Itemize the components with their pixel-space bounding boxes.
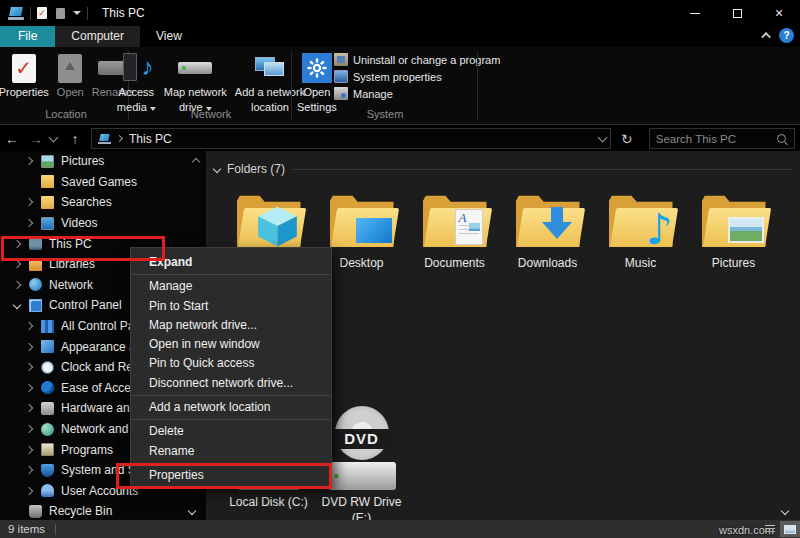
breadcrumb-location[interactable]: This PC xyxy=(129,132,172,146)
menu-separator xyxy=(132,274,330,275)
menu-item-disconnect-network-drive[interactable]: Disconnect network drive... xyxy=(131,374,331,393)
uninstall-program-button[interactable]: Uninstall or change a program xyxy=(334,53,500,66)
sidebar-item-searches[interactable]: Searches xyxy=(0,192,206,213)
folder-tile-documents[interactable]: A Documents xyxy=(408,185,501,272)
qat-customize-caret-icon[interactable] xyxy=(73,11,81,15)
chevron-down-icon xyxy=(781,507,789,515)
desktop-screen-icon xyxy=(356,218,392,243)
folder-tile-downloads[interactable]: Downloads xyxy=(501,185,594,272)
refresh-icon[interactable]: ↻ xyxy=(621,131,633,147)
system-properties-button[interactable]: System properties xyxy=(334,70,500,83)
sidebar-item-recycle-bin[interactable]: Recycle Bin xyxy=(0,501,206,520)
group-label-location: Location xyxy=(4,108,128,120)
chevron-right-icon[interactable] xyxy=(25,342,33,350)
chevron-down-icon[interactable] xyxy=(13,301,21,309)
folders-group-header[interactable]: Folders (7) xyxy=(214,162,792,176)
address-bar[interactable]: This PC xyxy=(91,128,611,149)
saved-games-folder-icon xyxy=(41,175,54,188)
chevron-right-icon[interactable] xyxy=(25,445,33,453)
qat-newfolder-icon[interactable] xyxy=(56,8,65,19)
access-media-button[interactable]: ♪ Access media xyxy=(114,51,159,115)
picture-icon xyxy=(728,217,764,243)
menu-item-delete[interactable]: Delete xyxy=(131,422,331,441)
status-bar: 9 items xyxy=(0,520,800,538)
chevron-right-icon[interactable] xyxy=(25,487,33,495)
folder-icon xyxy=(702,193,766,247)
window-title: This PC xyxy=(102,6,145,20)
close-button[interactable]: × xyxy=(758,0,800,26)
folder-icon: A xyxy=(423,193,487,247)
folder-tile-pictures[interactable]: Pictures xyxy=(687,185,780,272)
menu-item-pin-to-start[interactable]: Pin to Start xyxy=(131,297,331,316)
open-icon xyxy=(58,54,82,83)
thumbnail-view-button[interactable] xyxy=(780,521,800,537)
recent-locations-caret-icon[interactable] xyxy=(49,133,59,143)
map-network-drive-icon xyxy=(178,53,212,83)
sidebar-item-saved-games[interactable]: Saved Games xyxy=(0,172,206,193)
this-pc-icon xyxy=(98,134,111,144)
chevron-right-icon[interactable] xyxy=(25,425,33,433)
breadcrumb-chevron-icon[interactable] xyxy=(116,135,123,142)
address-dropdown-icon[interactable] xyxy=(598,132,608,142)
maximize-button[interactable] xyxy=(716,0,758,26)
main-scroll-down[interactable] xyxy=(782,508,788,514)
qat-properties-icon[interactable]: ✓ xyxy=(37,7,47,19)
searches-folder-icon xyxy=(41,196,54,209)
search-box[interactable] xyxy=(649,128,795,149)
menu-separator xyxy=(132,419,330,420)
menu-item-open-in-new-window[interactable]: Open in new window xyxy=(131,335,331,354)
search-input[interactable] xyxy=(656,133,768,145)
properties-button[interactable]: ✓ Properties xyxy=(0,51,52,100)
ribbon-tab-bar: File Computer View xyxy=(0,26,800,47)
title-bar: ✓ This PC × xyxy=(0,0,800,26)
chevron-right-icon[interactable] xyxy=(25,219,33,227)
map-network-drive-button[interactable]: Map network drive xyxy=(161,51,230,115)
group-label-system: System xyxy=(294,108,476,120)
sidebar-scroll-up[interactable] xyxy=(193,159,199,165)
menu-item-pin-to-quick-access[interactable]: Pin to Quick access xyxy=(131,354,331,373)
folder-tile-music[interactable]: ♪ Music xyxy=(594,185,687,272)
sidebar-item-pictures[interactable]: Pictures xyxy=(0,151,206,172)
ribbon-group-network: ♪ Access media Map network drive Add a n… xyxy=(131,47,291,124)
manage-icon xyxy=(334,87,348,100)
sidebar-scroll-down[interactable] xyxy=(189,508,195,514)
chevron-right-icon[interactable] xyxy=(25,404,33,412)
chevron-right-icon[interactable] xyxy=(25,198,33,206)
chevron-right-icon[interactable] xyxy=(25,322,33,330)
open-settings-button[interactable]: Open Settings xyxy=(294,51,340,115)
open-button[interactable]: Open xyxy=(54,51,87,100)
search-icon[interactable] xyxy=(776,133,788,145)
chevron-right-icon[interactable] xyxy=(13,281,21,289)
help-icon[interactable]: ? xyxy=(779,28,794,43)
item-count: 9 items xyxy=(8,523,45,535)
chevron-up-icon xyxy=(192,158,200,166)
menu-item-manage[interactable]: Manage xyxy=(131,277,331,296)
tab-view[interactable]: View xyxy=(140,26,198,47)
folder-icon xyxy=(516,193,580,247)
sidebar-item-videos[interactable]: Videos xyxy=(0,213,206,234)
manage-button[interactable]: Manage xyxy=(334,87,500,100)
system-security-icon xyxy=(41,464,54,477)
chevron-right-icon[interactable] xyxy=(25,466,33,474)
settings-gear-icon xyxy=(302,53,332,83)
3d-cube-icon xyxy=(257,205,299,247)
collapse-group-icon[interactable] xyxy=(213,165,221,173)
chevron-right-icon[interactable] xyxy=(25,384,33,392)
document-icon: A xyxy=(455,209,483,245)
menu-item-add-network-location[interactable]: Add a network location xyxy=(131,398,331,417)
minimize-icon xyxy=(690,13,700,14)
clock-region-icon xyxy=(41,361,54,374)
up-button[interactable]: ↑ xyxy=(63,131,87,147)
tab-file[interactable]: File xyxy=(0,26,55,47)
chevron-right-icon[interactable] xyxy=(25,363,33,371)
minimize-button[interactable] xyxy=(674,0,716,26)
menu-item-rename[interactable]: Rename xyxy=(131,442,331,461)
programs-icon xyxy=(41,443,54,456)
tab-computer[interactable]: Computer xyxy=(55,26,140,47)
chevron-right-icon[interactable] xyxy=(25,157,33,165)
forward-button[interactable]: → xyxy=(24,131,48,147)
back-button[interactable]: ← xyxy=(0,131,24,147)
menu-item-map-network-drive[interactable]: Map network drive... xyxy=(131,316,331,335)
titlebar-divider xyxy=(87,7,88,20)
chevron-right-icon[interactable] xyxy=(13,260,21,268)
